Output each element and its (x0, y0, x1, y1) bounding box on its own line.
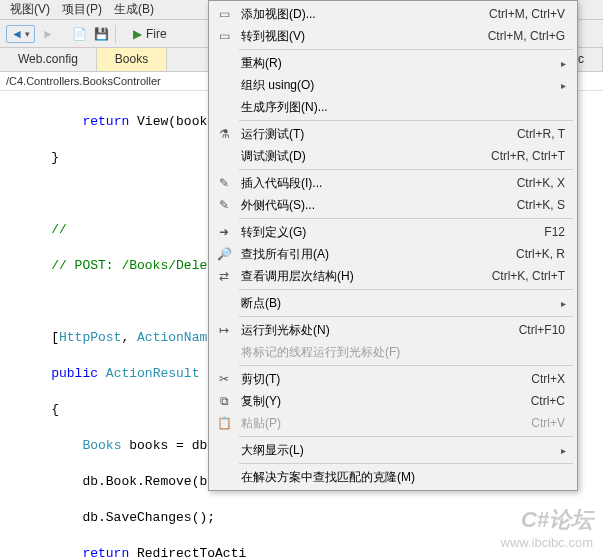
menu-paste: 📋粘贴(P)Ctrl+V (211, 412, 575, 434)
separator (239, 120, 573, 121)
run-cursor-icon: ↦ (213, 323, 235, 337)
menu-add-view[interactable]: ▭添加视图(D)...Ctrl+M, Ctrl+V (211, 3, 575, 25)
menu-breakpoint[interactable]: 断点(B)▸ (211, 292, 575, 314)
context-menu: ▭添加视图(D)...Ctrl+M, Ctrl+V ▭转到视图(V)Ctrl+M… (208, 0, 578, 491)
tab-webconfig[interactable]: Web.config (0, 48, 97, 71)
new-file-icon[interactable]: 📄 (71, 25, 89, 43)
chevron-right-icon: ▸ (557, 80, 569, 91)
chevron-down-icon: ▾ (23, 29, 30, 39)
arrow-icon: ➜ (213, 225, 235, 239)
tab-books[interactable]: Books (97, 48, 167, 71)
menu-goto-view[interactable]: ▭转到视图(V)Ctrl+M, Ctrl+G (211, 25, 575, 47)
menu-organize-using[interactable]: 组织 using(O)▸ (211, 74, 575, 96)
goto-icon: ▭ (213, 29, 235, 43)
menu-build[interactable]: 生成(B) (110, 0, 158, 20)
menu-cut[interactable]: ✂剪切(T)Ctrl+X (211, 368, 575, 390)
separator (239, 463, 573, 464)
copy-icon: ⧉ (213, 394, 235, 408)
nav-back-button[interactable]: ◄ ▾ (6, 25, 35, 43)
scissors-icon: ✂ (213, 372, 235, 386)
save-icon[interactable]: 💾 (93, 25, 111, 43)
menu-surround-with[interactable]: ✎外侧代码(S)...Ctrl+K, S (211, 194, 575, 216)
run-button[interactable]: ▶ Fire (127, 26, 173, 42)
menu-insert-snippet[interactable]: ✎插入代码段(I)...Ctrl+K, X (211, 172, 575, 194)
separator (239, 365, 573, 366)
flask-icon: ⚗ (213, 127, 235, 141)
paste-icon: 📋 (213, 416, 235, 430)
nav-fwd-button[interactable]: ► (39, 25, 57, 43)
menu-run-tests[interactable]: ⚗运行测试(T)Ctrl+R, T (211, 123, 575, 145)
menu-find-refs[interactable]: 🔎查找所有引用(A)Ctrl+K, R (211, 243, 575, 265)
menu-run-to-cursor[interactable]: ↦运行到光标处(N)Ctrl+F10 (211, 319, 575, 341)
separator (239, 436, 573, 437)
menu-outlining[interactable]: 大纲显示(L)▸ (211, 439, 575, 461)
arrow-left-icon: ◄ (11, 27, 23, 41)
menu-project[interactable]: 项目(P) (58, 0, 106, 20)
search-icon: 🔎 (213, 247, 235, 261)
menu-gen-sequence[interactable]: 生成序列图(N)... (211, 96, 575, 118)
menu-debug-tests[interactable]: 调试测试(D)Ctrl+R, Ctrl+T (211, 145, 575, 167)
menu-copy[interactable]: ⧉复制(Y)Ctrl+C (211, 390, 575, 412)
menu-refactor[interactable]: 重构(R)▸ (211, 52, 575, 74)
menu-view[interactable]: 视图(V) (6, 0, 54, 20)
chevron-right-icon: ▸ (557, 445, 569, 456)
separator (239, 218, 573, 219)
separator (239, 316, 573, 317)
menu-run-flagged: 将标记的线程运行到光标处(F) (211, 341, 575, 363)
menu-call-hierarchy[interactable]: ⇄查看调用层次结构(H)Ctrl+K, Ctrl+T (211, 265, 575, 287)
separator (239, 169, 573, 170)
hierarchy-icon: ⇄ (213, 269, 235, 283)
window-icon: ▭ (213, 7, 235, 21)
chevron-right-icon: ▸ (557, 298, 569, 309)
play-icon: ▶ (133, 27, 142, 41)
separator (239, 289, 573, 290)
menu-find-clones[interactable]: 在解决方案中查找匹配的克隆(M) (211, 466, 575, 488)
menu-goto-def[interactable]: ➜转到定义(G)F12 (211, 221, 575, 243)
surround-icon: ✎ (213, 198, 235, 212)
snippet-icon: ✎ (213, 176, 235, 190)
chevron-right-icon: ▸ (557, 58, 569, 69)
separator (239, 49, 573, 50)
